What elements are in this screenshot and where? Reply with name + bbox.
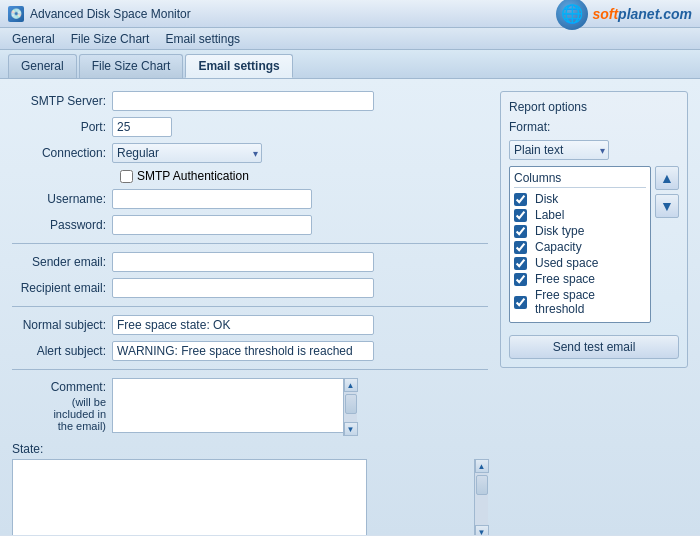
column-checkbox-used-space[interactable] xyxy=(514,257,527,270)
report-options-box: Report options Format: Plain text HTML C… xyxy=(500,91,688,368)
format-select-row: Plain text HTML xyxy=(509,140,679,160)
column-checkbox-label[interactable] xyxy=(514,209,527,222)
connection-label: Connection: xyxy=(12,146,112,160)
tab-file-size-chart[interactable]: File Size Chart xyxy=(79,54,184,78)
state-scrollbar[interactable]: ▲ ▼ xyxy=(474,459,488,535)
alert-subject-input[interactable] xyxy=(112,341,374,361)
normal-subject-input[interactable] xyxy=(112,315,374,335)
auth-checkbox[interactable] xyxy=(120,170,133,183)
port-label: Port: xyxy=(12,120,112,134)
left-panel: SMTP Server: Port: Connection: Regular S… xyxy=(12,91,488,535)
column-item-free-space-threshold: Free space threshold xyxy=(514,288,646,316)
comment-scroll-down[interactable]: ▼ xyxy=(344,422,358,436)
columns-box: Columns Disk Label Disk type xyxy=(509,166,651,323)
column-item-disk-type: Disk type xyxy=(514,224,646,238)
connection-select[interactable]: Regular SSL TLS xyxy=(112,143,262,163)
sender-label: Sender email: xyxy=(12,255,112,269)
normal-subject-row: Normal subject: xyxy=(12,315,488,335)
column-checkbox-capacity[interactable] xyxy=(514,241,527,254)
column-checkbox-free-space-threshold[interactable] xyxy=(514,296,527,309)
column-label-disk-type: Disk type xyxy=(535,224,584,238)
column-label-capacity: Capacity xyxy=(535,240,582,254)
sender-input[interactable] xyxy=(112,252,374,272)
alert-subject-row: Alert subject: xyxy=(12,341,488,361)
comment-sublabel: (will beincluded inthe email) xyxy=(12,396,106,432)
column-checkbox-free-space[interactable] xyxy=(514,273,527,286)
comment-row: Comment: (will beincluded inthe email) ▲… xyxy=(12,378,488,436)
tab-email-settings[interactable]: Email settings xyxy=(185,54,292,78)
menu-item-general[interactable]: General xyxy=(4,28,63,49)
menu-bar: General File Size Chart Email settings xyxy=(0,28,700,50)
comment-textarea[interactable] xyxy=(112,378,357,433)
column-checkbox-disk[interactable] xyxy=(514,193,527,206)
column-label-label: Label xyxy=(535,208,564,222)
format-row: Format: xyxy=(509,120,679,134)
username-input[interactable] xyxy=(112,189,312,209)
move-down-button[interactable]: ▼ xyxy=(655,194,679,218)
comment-scroll-wrapper: ▲ ▼ xyxy=(112,378,357,436)
right-panel: Report options Format: Plain text HTML C… xyxy=(500,91,688,535)
format-label: Format: xyxy=(509,120,550,134)
state-section: State: ▲ ▼ xyxy=(12,442,488,535)
column-item-used-space: Used space xyxy=(514,256,646,270)
state-scroll-wrapper: ▲ ▼ xyxy=(12,459,488,535)
comment-label: Comment: xyxy=(12,378,112,394)
divider-1 xyxy=(12,243,488,244)
format-select[interactable]: Plain text HTML xyxy=(509,140,609,160)
state-textarea[interactable] xyxy=(12,459,367,535)
app-icon: 💿 xyxy=(8,6,24,22)
column-label-disk: Disk xyxy=(535,192,558,206)
comment-scroll-up[interactable]: ▲ xyxy=(344,378,358,392)
menu-item-file-size-chart[interactable]: File Size Chart xyxy=(63,28,158,49)
brand-text: softplanet.com xyxy=(592,6,692,22)
column-item-capacity: Capacity xyxy=(514,240,646,254)
columns-with-arrows: Columns Disk Label Disk type xyxy=(509,166,679,329)
connection-row: Connection: Regular SSL TLS xyxy=(12,143,488,163)
column-item-label: Label xyxy=(514,208,646,222)
connection-select-wrapper: Regular SSL TLS xyxy=(112,143,262,163)
sender-row: Sender email: xyxy=(12,252,488,272)
tab-general[interactable]: General xyxy=(8,54,77,78)
state-label: State: xyxy=(12,442,488,456)
column-item-free-space: Free space xyxy=(514,272,646,286)
move-up-button[interactable]: ▲ xyxy=(655,166,679,190)
divider-2 xyxy=(12,306,488,307)
state-scroll-down[interactable]: ▼ xyxy=(475,525,489,535)
columns-header: Columns xyxy=(514,171,646,188)
column-item-disk: Disk xyxy=(514,192,646,206)
divider-3 xyxy=(12,369,488,370)
brand-logo: 🌐 softplanet.com xyxy=(556,0,692,30)
normal-subject-label: Normal subject: xyxy=(12,318,112,332)
smtp-row: SMTP Server: xyxy=(12,91,488,111)
tab-bar: General File Size Chart Email settings xyxy=(0,50,700,79)
recipient-row: Recipient email: xyxy=(12,278,488,298)
recipient-label: Recipient email: xyxy=(12,281,112,295)
recipient-input[interactable] xyxy=(112,278,374,298)
send-test-email-button[interactable]: Send test email xyxy=(509,335,679,359)
brand-globe-icon: 🌐 xyxy=(556,0,588,30)
port-row: Port: xyxy=(12,117,488,137)
port-input[interactable] xyxy=(112,117,172,137)
password-row: Password: xyxy=(12,215,488,235)
smtp-label: SMTP Server: xyxy=(12,94,112,108)
menu-item-email-settings[interactable]: Email settings xyxy=(157,28,248,49)
column-checkbox-disk-type[interactable] xyxy=(514,225,527,238)
app-title: Advanced Disk Space Monitor xyxy=(30,7,550,21)
password-input[interactable] xyxy=(112,215,312,235)
state-scroll-thumb[interactable] xyxy=(476,475,488,495)
two-panel: SMTP Server: Port: Connection: Regular S… xyxy=(12,91,688,535)
format-select-wrapper: Plain text HTML xyxy=(509,140,609,160)
smtp-input[interactable] xyxy=(112,91,374,111)
column-label-used-space: Used space xyxy=(535,256,598,270)
column-label-free-space: Free space xyxy=(535,272,595,286)
comment-scroll-thumb[interactable] xyxy=(345,394,357,414)
title-bar: 💿 Advanced Disk Space Monitor 🌐 softplan… xyxy=(0,0,700,28)
username-row: Username: xyxy=(12,189,488,209)
auth-checkbox-row: SMTP Authentication xyxy=(120,169,488,183)
report-options-title: Report options xyxy=(509,100,679,114)
state-scroll-up[interactable]: ▲ xyxy=(475,459,489,473)
alert-subject-label: Alert subject: xyxy=(12,344,112,358)
username-label: Username: xyxy=(12,192,112,206)
comment-scrollbar[interactable]: ▲ ▼ xyxy=(343,378,357,436)
password-label: Password: xyxy=(12,218,112,232)
